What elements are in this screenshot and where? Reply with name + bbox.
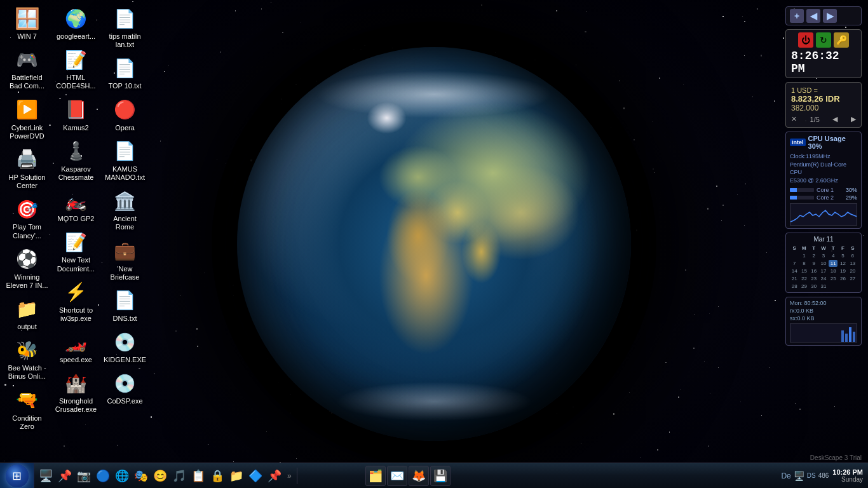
cal-header-W: W: [819, 245, 828, 252]
desktop-icon-kamus[interactable]: 📕 Kamus2: [52, 95, 100, 135]
desktop-icon-motogp[interactable]: 🏍️ MOTO GP2: [52, 186, 100, 226]
taskbar-app-save[interactable]: 💾: [430, 466, 451, 486]
star: [722, 16, 724, 17]
desktop-icon-dns[interactable]: 📄 DNS.txt: [101, 285, 149, 325]
desktop-icon-battlefield[interactable]: 🎮 BattlefieldBad Com...: [3, 44, 51, 93]
star: [261, 8, 262, 9]
taskbar-app-firefox[interactable]: 🦊: [409, 466, 429, 486]
kamusmanado-label: KAMUSMANADO.txt: [105, 165, 145, 182]
net-sx-row: sx:0.0 KB: [790, 315, 857, 322]
calendar-widget: Mar 11 S M T W T F S 1 2 3 4 5 6 7 8 9 1…: [785, 233, 862, 293]
start-button[interactable]: ⊞: [0, 463, 34, 489]
taskbar-pin-2[interactable]: 📌: [266, 467, 283, 485]
desktop-icon-newtext[interactable]: 📝 New TextDocument...: [52, 227, 100, 275]
star: [233, 285, 234, 286]
desktop-icon-opera[interactable]: 🔴 Opera: [101, 95, 149, 135]
desktop-icon-top10[interactable]: 📄 TOP 10.txt: [101, 53, 149, 93]
shortcut-label: Shortcut toiw3sp.exe: [59, 306, 93, 323]
taskbar-emoji[interactable]: 😊: [151, 467, 169, 485]
taskbar-app-explorer[interactable]: 🗂️: [365, 466, 386, 486]
widget-next-button[interactable]: ▶: [823, 9, 837, 23]
star: [669, 431, 670, 432]
taskbar-blue[interactable]: 🔵: [94, 467, 112, 485]
taskbar-clipboard[interactable]: 📋: [189, 467, 207, 485]
codsp-icon: 💿: [112, 370, 138, 396]
desktop-icon-output[interactable]: 📁 output: [3, 294, 51, 334]
desktop-icon-ancientrome[interactable]: 🏛️ AncientRome: [101, 186, 149, 234]
kidgen-label: KIDGEN.EXE: [104, 356, 146, 364]
desktop-icon-speed[interactable]: 🏎️ speed.exe: [52, 327, 100, 367]
network-graph: [790, 323, 857, 342]
cal-cell: 21: [790, 275, 799, 282]
tomclancy-label: Play TomClancy'...: [13, 223, 41, 240]
widget-prev-button[interactable]: ◀: [806, 9, 820, 23]
net-sx-label: sx:0.0 KB: [790, 315, 815, 322]
taskbar-music[interactable]: 🎵: [170, 467, 188, 485]
cal-header-T2: T: [829, 245, 837, 252]
star: [652, 121, 653, 122]
taskbar-camera[interactable]: 📷: [75, 467, 93, 485]
systray-monitor-icon[interactable]: 🖥️: [794, 471, 804, 481]
cal-cell: 10: [819, 260, 828, 267]
star: [154, 373, 155, 374]
clock-icon-key[interactable]: 🔑: [834, 32, 849, 48]
desktop-icon-win7[interactable]: 🪟 WIN 7: [3, 3, 51, 43]
desktop-icon-condition-zero[interactable]: 🔫 ConditionZero: [3, 385, 51, 433]
taskbar-drama[interactable]: 🎭: [132, 467, 150, 485]
cpu-core2-bar-bg: [790, 196, 814, 200]
currency-label: 1 USD =: [791, 86, 856, 94]
hp-label: HP SolutionCenter: [9, 173, 46, 190]
net-rx-label: rx:0.0 KB: [790, 308, 813, 314]
star: [707, 208, 709, 209]
desktop-icon-hp[interactable]: 🖨️ HP SolutionCenter: [3, 144, 51, 193]
cal-cell: [790, 252, 799, 259]
taskbar-clock[interactable]: 10:26 PM Sunday: [832, 468, 863, 483]
star: [695, 314, 695, 315]
kamus-label: Kamus2: [63, 124, 88, 132]
star: [721, 220, 722, 221]
taskbar-lock[interactable]: 🔒: [208, 467, 226, 485]
desktop-icon-kasparov[interactable]: ♟️ KasparovChessmate: [52, 136, 100, 184]
googleearth-label: googleeart...: [57, 32, 95, 41]
kasparov-icon: ♟️: [64, 139, 89, 164]
cal-cell: 23: [810, 275, 818, 282]
desktop-icon-kidgen[interactable]: 💿 KIDGEN.EXE: [101, 327, 149, 367]
desktop-icon-stronghold[interactable]: 🏰 StrongholdCrusader.exe: [52, 368, 100, 416]
desktop-icon-tips[interactable]: 📄 tips matiInlan.txt: [101, 3, 149, 51]
currency-nav-left[interactable]: ◀: [832, 115, 837, 123]
cyberlink-label: CyberLinkPowerDVD: [10, 124, 44, 140]
clock-icon-power[interactable]: ⏻: [798, 32, 813, 48]
currency-subvalue: 382.000: [791, 104, 856, 112]
desktop-icon-cyberlink[interactable]: ▶️ CyberLinkPowerDVD: [3, 95, 51, 143]
taskbar-app-mail[interactable]: ✉️: [387, 466, 407, 486]
desktop-icon-beewatch[interactable]: 🐝 Bee Watch -Binus Onli...: [3, 335, 51, 383]
desktop-icon-tomclancy[interactable]: 🎯 Play TomClancy'...: [3, 194, 51, 242]
cal-cell: 5: [838, 252, 847, 259]
cal-cell: 24: [819, 275, 828, 282]
desktop-icon-kamusmanado[interactable]: 📄 KAMUSMANADO.txt: [101, 136, 149, 184]
systray-deskscape-icon[interactable]: DS: [807, 472, 816, 479]
desktop-icon-html[interactable]: 📝 HTMLCODE4SH...: [52, 44, 100, 93]
ancientrome-label: AncientRome: [113, 215, 137, 231]
taskbar-show-desktop[interactable]: 🖥️: [37, 467, 55, 485]
desktop-icon-shortcut[interactable]: ⚡ Shortcut toiw3sp.exe: [52, 277, 100, 325]
desktop-icon-newbriefcase[interactable]: 💼 'NewBriefcase: [101, 236, 149, 284]
start-orb-icon: ⊞: [12, 469, 22, 483]
taskbar-pin-1[interactable]: 📌: [56, 467, 74, 485]
cal-cell: [838, 283, 847, 290]
cpu-core1-row: Core 1 30%: [790, 187, 857, 193]
taskbar-diamond[interactable]: 🔷: [247, 467, 264, 485]
desktop-icon-winning[interactable]: ⚽ WinningEleven 7 IN...: [3, 244, 51, 292]
clock-icon-refresh[interactable]: ↻: [816, 32, 831, 48]
widget-add-button[interactable]: +: [790, 9, 804, 23]
currency-nav-right[interactable]: ▶: [851, 115, 856, 123]
desktop-icon-googleearth[interactable]: 🌍 googleeart...: [52, 3, 100, 43]
taskbar-folder[interactable]: 📁: [227, 467, 245, 485]
currency-nav-prev[interactable]: ✕: [791, 115, 797, 123]
taskbar-more-arrow[interactable]: »: [285, 471, 294, 480]
systray-de-icon[interactable]: De: [781, 471, 790, 480]
codsp-label: CoDSP.exe: [107, 397, 142, 405]
desktop-icon-codsp[interactable]: 💿 CoDSP.exe: [101, 368, 149, 408]
star: [634, 139, 635, 140]
taskbar-web[interactable]: 🌐: [113, 467, 131, 485]
